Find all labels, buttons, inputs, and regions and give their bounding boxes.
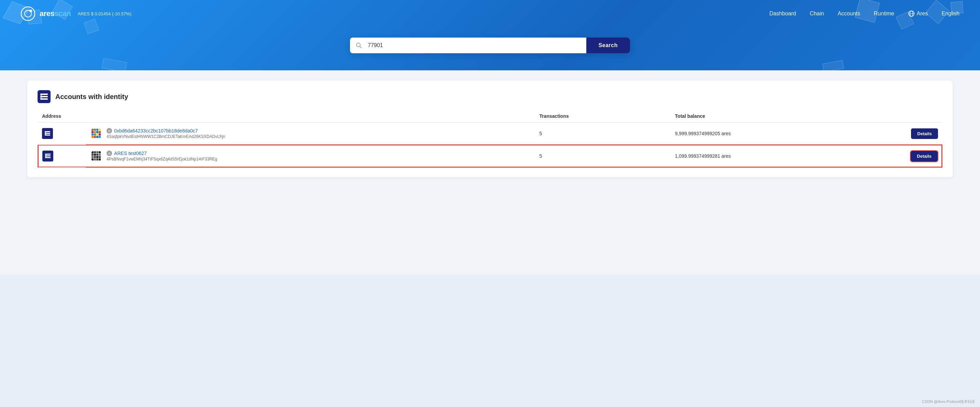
row-2-action: Details <box>852 145 942 167</box>
svg-rect-47 <box>92 156 94 158</box>
svg-rect-23 <box>94 131 96 133</box>
svg-rect-27 <box>94 134 96 135</box>
row-2-addr-info: ⊘ ARES test0627 4PsBNvqF1vwEMhj34TtFSqx6… <box>107 151 217 162</box>
svg-rect-54 <box>99 159 101 161</box>
row-1-address-sub: 4SaqfpkVNvdEstHNWW1C2BmCDJETaKmEAd26KSXD… <box>107 134 225 139</box>
svg-rect-39 <box>92 151 94 153</box>
nav-dashboard[interactable]: Dashboard <box>769 11 796 17</box>
avatar-1 <box>90 127 102 140</box>
nav-links: Dashboard Chain Accounts Runtime Ares En… <box>769 10 959 17</box>
search-box: Search <box>350 38 630 53</box>
svg-rect-53 <box>96 159 98 161</box>
svg-rect-20 <box>96 129 98 131</box>
results-header: Accounts with identity <box>38 90 942 103</box>
details-button-2[interactable]: Details <box>911 151 938 162</box>
navbar: aresscan ARES $ 0.01454 (-10.57%) Dashbo… <box>0 0 980 27</box>
svg-rect-24 <box>96 131 98 133</box>
row-2-balance: 1,099.999374999281 ares <box>671 145 852 167</box>
row-icon-2 <box>42 151 53 162</box>
svg-rect-41 <box>96 151 98 153</box>
search-button[interactable]: Search <box>586 38 630 53</box>
nav-runtime[interactable]: Runtime <box>874 11 894 17</box>
results-title: Accounts with identity <box>55 93 128 101</box>
svg-rect-21 <box>99 129 101 131</box>
globe-icon <box>908 10 915 17</box>
table-header: Address Transactions Total balance <box>38 110 942 122</box>
svg-rect-33 <box>99 136 101 138</box>
svg-rect-40 <box>94 151 96 153</box>
svg-rect-31 <box>94 136 96 138</box>
svg-rect-46 <box>99 154 101 156</box>
avatar-2 <box>90 150 102 162</box>
row-1-address-cell: ⊘ 0xbd6da64233cc2bc107bb18de8da0c7 4Saqf… <box>86 122 535 145</box>
svg-rect-18 <box>92 129 94 131</box>
table-row: ⊘ ARES test0627 4PsBNvqF1vwEMhj34TtFSqx6… <box>38 145 942 167</box>
results-card: Accounts with identity Address Transacti… <box>27 81 953 177</box>
logo-icon <box>21 6 35 21</box>
svg-rect-32 <box>96 136 98 138</box>
svg-rect-26 <box>92 134 94 135</box>
details-button-1[interactable]: Details <box>911 129 938 139</box>
price-tag: ARES $ 0.01454 (-10.57%) <box>78 11 132 16</box>
row-2-address-cell: ⊘ ARES test0627 4PsBNvqF1vwEMhj34TtFSqx6… <box>86 145 535 167</box>
nav-ares: Ares <box>917 11 928 17</box>
table-body: ⊘ 0xbd6da64233cc2bc107bb18de8da0c7 4Saqf… <box>38 122 942 168</box>
accounts-table: Address Transactions Total balance <box>38 110 942 168</box>
col-header-action <box>852 110 942 122</box>
brand-logo-area: aresscan ARES $ 0.01454 (-10.57%) <box>21 6 132 21</box>
svg-rect-42 <box>99 151 101 153</box>
svg-rect-29 <box>99 134 101 135</box>
nav-globe[interactable]: Ares <box>908 10 928 17</box>
svg-rect-37 <box>45 154 46 158</box>
col-header-address: Address <box>38 110 535 122</box>
svg-point-2 <box>29 10 32 12</box>
table-row: ⊘ 0xbd6da64233cc2bc107bb18de8da0c7 4Saqf… <box>38 122 942 145</box>
row-2-tx: 5 <box>535 145 671 167</box>
nav-chain[interactable]: Chain <box>810 11 824 17</box>
svg-rect-52 <box>94 159 96 161</box>
row-type-icon-cell <box>38 122 86 145</box>
nav-language[interactable]: English <box>942 11 959 17</box>
footer-watermark: CSDN @Ares Protocol技术社区 <box>922 399 975 404</box>
svg-rect-22 <box>92 131 94 133</box>
search-area: Search <box>0 27 980 70</box>
row-1-address-main: ⊘ 0xbd6da64233cc2bc107bb18de8da0c7 <box>107 128 225 134</box>
svg-rect-12 <box>40 94 42 100</box>
results-section-icon <box>38 90 51 103</box>
col-header-balance: Total balance <box>671 110 852 122</box>
svg-rect-16 <box>45 131 46 135</box>
row-1-action: Details <box>852 122 942 145</box>
svg-rect-30 <box>92 136 94 138</box>
svg-rect-43 <box>92 154 94 156</box>
row-2-address-main: ⊘ ARES test0627 <box>107 151 217 156</box>
svg-rect-49 <box>96 156 98 158</box>
svg-rect-28 <box>96 134 98 135</box>
search-icon <box>350 38 368 53</box>
svg-rect-25 <box>99 131 101 133</box>
row-1-balance: 9,999.999374999205 ares <box>671 122 852 145</box>
row-icon-1 <box>42 128 53 139</box>
row-2-address-sub: 4PsBNvqF1vwEMhj34TtFSqx6Zq4dS5rEjok1dNp1… <box>107 157 217 162</box>
svg-line-8 <box>360 46 362 48</box>
svg-rect-19 <box>94 129 96 131</box>
row-1-tx: 5 <box>535 122 671 145</box>
svg-rect-50 <box>99 156 101 158</box>
svg-rect-51 <box>92 159 94 161</box>
blocked-icon-2: ⊘ <box>107 151 112 156</box>
row-1-addr-info: ⊘ 0xbd6da64233cc2bc107bb18de8da0c7 4Saqf… <box>107 128 225 139</box>
blocked-icon-1: ⊘ <box>107 128 112 134</box>
search-input[interactable] <box>368 38 586 53</box>
brand-name: aresscan <box>40 9 71 18</box>
row-type-icon-cell-2 <box>38 145 86 167</box>
svg-point-0 <box>21 7 35 21</box>
svg-rect-45 <box>96 154 98 156</box>
nav-accounts[interactable]: Accounts <box>838 11 860 17</box>
content-area: Accounts with identity Address Transacti… <box>0 70 980 275</box>
col-header-transactions: Transactions <box>535 110 671 122</box>
svg-rect-48 <box>94 156 96 158</box>
svg-rect-44 <box>94 154 96 156</box>
